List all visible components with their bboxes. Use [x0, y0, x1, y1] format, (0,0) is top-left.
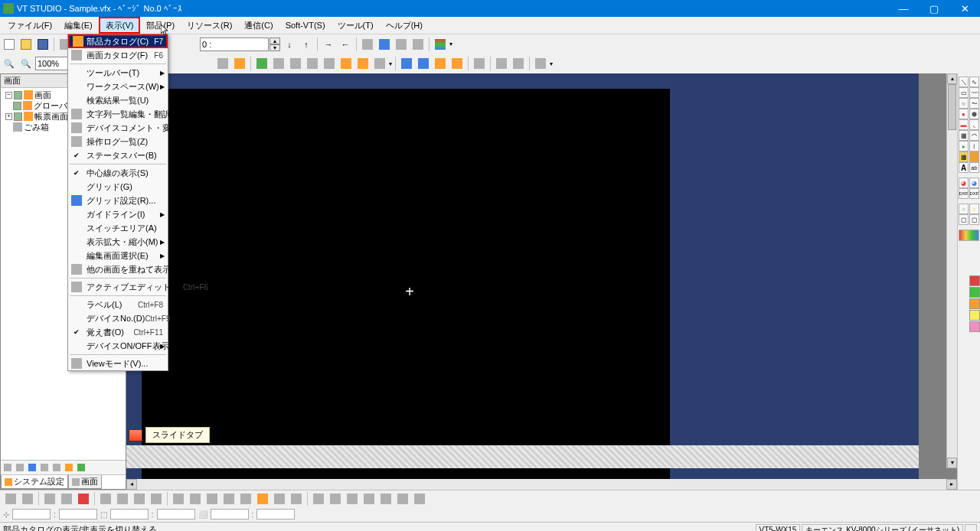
tree-tb-6[interactable] — [64, 462, 74, 473]
menu-edit-screen-sel[interactable]: 編集画面選択(E) ▶ — [68, 249, 168, 262]
menu-statusbar[interactable]: ✔ ステータスバー(B) — [68, 148, 168, 162]
menu-overlay-screens[interactable]: 他の画面を重ねて表示(P)... — [68, 262, 168, 276]
tree-tb-7[interactable] — [76, 462, 87, 473]
tree-tb-1[interactable] — [2, 462, 13, 473]
menu-zoom[interactable]: 表示拡大・縮小(M) ▶ — [68, 235, 168, 249]
shape-gradient[interactable] — [959, 230, 979, 241]
shape-polyline[interactable]: ∿ — [969, 77, 979, 87]
t2-btn-7[interactable] — [322, 56, 337, 71]
menu-text-edit[interactable]: 文字列一覧編集・翻訳(X) — [68, 107, 168, 121]
menu-comm[interactable]: 通信(C) — [238, 17, 279, 34]
checkbox-icon[interactable] — [14, 91, 22, 99]
shape-dxf2[interactable]: DXF — [969, 188, 979, 199]
tree-tb-2[interactable] — [15, 462, 25, 473]
t2-btn-10[interactable] — [372, 56, 387, 71]
menu-device-no[interactable]: デバイスNo.(D) Ctrl+F9 — [68, 311, 168, 325]
page-down-button[interactable]: ▾ — [270, 44, 280, 51]
bt-4[interactable] — [76, 491, 91, 507]
tool-c-button[interactable] — [394, 37, 409, 52]
bt-6[interactable] — [115, 491, 130, 507]
bt-8[interactable] — [149, 491, 164, 507]
horizontal-scrollbar[interactable]: ◂ ▸ — [126, 479, 957, 490]
shape-sq[interactable]: ▢ — [959, 214, 969, 225]
scroll-track[interactable] — [137, 479, 946, 490]
shape-arc2[interactable]: ◠ — [969, 130, 979, 141]
minimize-button[interactable]: — — [888, 0, 919, 17]
bt-select[interactable] — [3, 491, 18, 507]
t2-btn-17[interactable] — [511, 56, 526, 71]
coord-sel-x[interactable] — [110, 509, 149, 520]
shape-wave[interactable]: 〰 — [969, 87, 979, 98]
menu-active-edit[interactable]: アクティブエディット(Q) Ctrl+F6 — [68, 280, 168, 294]
shape-text[interactable]: A — [959, 162, 969, 173]
bt-10[interactable] — [188, 491, 203, 507]
menu-op-log[interactable]: 操作ログ一覧(Z) — [68, 135, 168, 148]
bt-15[interactable] — [272, 491, 287, 507]
t2-btn-13[interactable] — [433, 56, 448, 71]
shape-pie-r[interactable]: ◕ — [959, 178, 969, 188]
scroll-left-button[interactable]: ◂ — [126, 479, 137, 490]
bt-20[interactable] — [361, 491, 377, 507]
t2-btn-3[interactable] — [254, 56, 270, 71]
nav-right-button[interactable]: → — [321, 37, 336, 52]
t2-btn-12[interactable] — [416, 56, 431, 71]
bt-17[interactable] — [311, 491, 326, 507]
bt-12[interactable] — [221, 491, 237, 507]
bt-9[interactable] — [171, 491, 186, 507]
t2-btn-8[interactable] — [338, 56, 354, 71]
maximize-button[interactable]: ▢ — [919, 0, 949, 17]
nav-left-button[interactable]: ← — [338, 37, 353, 52]
bt-22[interactable] — [395, 491, 410, 507]
bt-7[interactable] — [132, 491, 147, 507]
tool-a-button[interactable] — [360, 37, 375, 52]
shape-circ-g[interactable]: ○ — [959, 204, 969, 214]
nav-up-button[interactable]: ↑ — [299, 37, 314, 52]
slide-tab-chip[interactable]: スライドタブ — [129, 427, 210, 443]
t2-btn-15[interactable] — [472, 56, 487, 71]
zoom-out-button[interactable]: 🔍 — [18, 56, 34, 71]
coord-size-h[interactable] — [256, 509, 295, 520]
t2-btn-14[interactable] — [449, 56, 465, 71]
bt-5[interactable] — [98, 491, 113, 507]
t2-btn-5[interactable] — [288, 56, 303, 71]
tree-tb-4[interactable] — [39, 462, 50, 473]
shape-rect[interactable]: ▭ — [959, 87, 969, 98]
shape-hex[interactable]: ⬢ — [969, 109, 979, 119]
bt-23[interactable] — [412, 491, 427, 507]
shape-flag[interactable]: ▸ — [959, 141, 969, 151]
menu-tool[interactable]: ツール(T) — [332, 17, 380, 34]
menu-help[interactable]: ヘルプ(H) — [380, 17, 429, 34]
tool-d-button[interactable] — [410, 37, 426, 52]
shape-circ-o[interactable]: ○ — [969, 204, 979, 214]
shape-grid[interactable]: ▦ — [959, 130, 969, 141]
menu-guideline[interactable]: ガイドライン(I) ▶ — [68, 207, 168, 221]
bt-13[interactable] — [238, 491, 253, 507]
save-button[interactable] — [35, 37, 51, 52]
coord-sel-y[interactable] — [157, 509, 195, 520]
shape-sq2[interactable]: ▢ — [969, 214, 979, 225]
menu-search-results[interactable]: 検索結果一覧(U) — [68, 93, 168, 107]
tree-tb-3[interactable] — [27, 462, 38, 473]
t2-btn-16[interactable] — [494, 56, 509, 71]
menu-resource[interactable]: リソース(R) — [181, 17, 238, 34]
vertical-scrollbar[interactable]: ▴ ▾ — [946, 73, 957, 468]
bt-21[interactable] — [378, 491, 394, 507]
expand-icon[interactable]: − — [5, 92, 12, 99]
t2-btn-2[interactable] — [232, 56, 247, 71]
bt-1[interactable] — [20, 491, 35, 507]
menu-edit[interactable]: 編集(E) — [58, 17, 99, 34]
scroll-down-button[interactable]: ▾ — [947, 458, 957, 468]
close-button[interactable]: ✕ — [949, 0, 980, 17]
bt-19[interactable] — [345, 491, 360, 507]
color-dropdown-icon[interactable]: ▾ — [449, 41, 452, 47]
t2-btn-11[interactable] — [399, 56, 414, 71]
canvas-viewport[interactable]: + スライドタブ ▴ ▾ — [126, 73, 957, 479]
coord-size-w[interactable] — [211, 509, 249, 520]
menu-screen-catalog[interactable]: 画面カタログ(F) F6 — [68, 48, 168, 62]
color-button[interactable] — [433, 37, 448, 52]
checkbox-icon[interactable] — [13, 102, 21, 110]
scroll-right-button[interactable]: ▸ — [946, 479, 957, 490]
shape-line[interactable]: ＼ — [959, 77, 969, 87]
page-number-input[interactable]: 0 : — [200, 37, 269, 51]
bt-2[interactable] — [42, 491, 57, 507]
